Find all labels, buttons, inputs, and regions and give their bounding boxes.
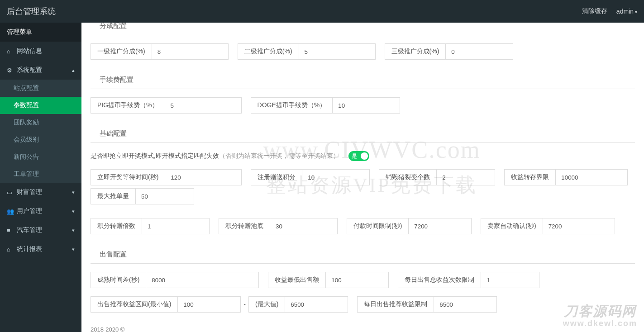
submenu-system-config: 站点配置 参数配置 团队奖励 会员级别 新闻公告 工单管理: [0, 80, 81, 183]
field-label: 卖家自动确认(秒): [481, 218, 542, 234]
field-label: 积分转赠池底: [219, 218, 270, 234]
list-icon: ≡: [7, 227, 13, 234]
credit-card-icon: ▭: [7, 189, 13, 196]
sidebar-item-system-config[interactable]: ⚙ 系统配置 ▴: [0, 61, 81, 80]
seller-confirm-input[interactable]: [543, 218, 615, 234]
lottery-wait-input[interactable]: [165, 169, 242, 185]
pay-timeout-input[interactable]: [408, 218, 472, 234]
sub-item-params[interactable]: 参数配置: [0, 97, 81, 114]
sub-item-team[interactable]: 团队奖励: [0, 114, 81, 131]
chevron-up-icon: ▴: [72, 67, 75, 73]
sidebar-label: 网站信息: [17, 47, 42, 55]
field-label: 最大抢单量: [91, 188, 135, 204]
daily-sell-limit-input[interactable]: [481, 272, 539, 288]
section-fee: 手续费配置 PIG提币手续费（%） DOGE提币手续费（%）: [91, 76, 635, 114]
field-label: 三级推广分成(%): [385, 43, 446, 60]
range-max-input[interactable]: [285, 296, 348, 313]
sidebar-item-wealth[interactable]: ▭ 财富管理 ▾: [0, 183, 81, 202]
clear-cache-link[interactable]: 清除缓存: [582, 7, 607, 15]
field-label: 每日出售推荐收益限制: [357, 296, 434, 313]
toggle-label: 是否即抢立即开奖模式,即开模式指定匹配失效（否则为结束统一开奖，需等至开奖结束）: [91, 152, 339, 160]
reg-points-input[interactable]: [302, 169, 370, 185]
section-title: 出售配置: [96, 250, 130, 263]
chevron-down-icon: ▾: [72, 228, 75, 233]
field-label: 收益最低出售额: [268, 272, 325, 288]
sidebar-header: 管理菜单: [0, 23, 81, 42]
level3-input[interactable]: [445, 43, 513, 60]
field-label: PIG提币手续费（%）: [91, 97, 165, 114]
sub-item-member[interactable]: 会员级别: [0, 131, 81, 148]
field-label: 付款时间限制(秒): [347, 218, 408, 234]
field-label: 一级推广分成(%): [91, 43, 152, 60]
users-icon: 👥: [7, 208, 13, 215]
level2-input[interactable]: [299, 43, 376, 60]
sidebar-label: 汽车管理: [17, 226, 42, 234]
sidebar-label: 系统配置: [17, 66, 42, 74]
field-label: 二级推广分成(%): [238, 43, 299, 60]
home-icon: ⌂: [7, 48, 13, 55]
destroy-split-input[interactable]: [436, 169, 495, 185]
daily-rec-limit-input[interactable]: [434, 296, 497, 313]
points-floor-input[interactable]: [270, 218, 338, 234]
sidebar-label: 统计报表: [17, 245, 42, 253]
cogs-icon: ⚙: [7, 67, 13, 74]
sidebar-item-stats[interactable]: ⌂ 统计报表 ▾: [0, 240, 81, 259]
field-label: 成熟时间差(秒): [91, 272, 146, 288]
section-basic: 基础配置 是否即抢立即开奖模式,即开模式指定匹配失效（否则为结束统一开奖，需等至…: [91, 129, 635, 234]
field-label: 出售推荐收益区间(最小值): [91, 296, 177, 313]
sidebar: 管理菜单 ⌂ 网站信息 ⚙ 系统配置 ▴ 站点配置 参数配置 团队奖励 会员级别…: [0, 23, 81, 332]
range-dash: -: [241, 296, 248, 313]
range-min-input[interactable]: [177, 296, 241, 313]
max-grab-input[interactable]: [135, 188, 194, 204]
sidebar-label: 用户管理: [17, 207, 42, 215]
sub-item-news[interactable]: 新闻公告: [0, 148, 81, 166]
pig-fee-input[interactable]: [165, 97, 242, 114]
main-content: www.CIVWVC.com 整站资源VIP免费下载 分成配置 一级推广分成(%…: [81, 23, 644, 332]
section-title: 分成配置: [96, 23, 130, 35]
field-label: (最大值): [248, 296, 285, 313]
level1-input[interactable]: [152, 43, 229, 60]
user-menu[interactable]: admin▾: [616, 8, 637, 15]
footer-copyright: 2018-2020 ©: [91, 313, 635, 332]
section-commission: 分成配置 一级推广分成(%) 二级推广分成(%) 三级推广分成(%): [91, 23, 635, 60]
field-label: 销毁猪裂变个数: [379, 169, 436, 185]
doge-fee-input[interactable]: [332, 97, 400, 114]
field-label: 收益转存界限: [504, 169, 555, 185]
field-label: DOGE提币手续费（%）: [251, 97, 333, 114]
sidebar-item-site-info[interactable]: ⌂ 网站信息: [0, 42, 81, 61]
sub-item-ticket[interactable]: 工单管理: [0, 166, 81, 183]
chevron-down-icon: ▾: [72, 209, 75, 214]
sidebar-item-car[interactable]: ≡ 汽车管理 ▾: [0, 221, 81, 240]
sub-item-site[interactable]: 站点配置: [0, 80, 81, 97]
brand-title: 后台管理系统: [7, 6, 81, 17]
field-label: 每日出售总收益次数限制: [398, 272, 481, 288]
section-title: 手续费配置: [96, 76, 137, 89]
section-sale: 出售配置 成熟时间差(秒) 收益最低出售额 每日出售总收益次数限制: [91, 250, 635, 313]
sidebar-label: 财富管理: [17, 188, 42, 196]
chevron-down-icon: ▾: [72, 247, 75, 252]
chevron-down-icon: ▾: [635, 9, 637, 14]
mature-diff-input[interactable]: [146, 272, 259, 288]
field-label: 积分转赠倍数: [91, 218, 142, 234]
chevron-down-icon: ▾: [72, 190, 75, 195]
field-label: 注册赠送积分: [251, 169, 302, 185]
min-sell-input[interactable]: [325, 272, 389, 288]
home-icon: ⌂: [7, 246, 13, 253]
toggle-dot: [361, 152, 368, 160]
section-title: 基础配置: [96, 129, 130, 142]
field-label: 立即开奖等待时间(秒): [91, 169, 165, 185]
profit-limit-input[interactable]: [555, 169, 628, 185]
points-multi-input[interactable]: [142, 218, 210, 234]
instant-lottery-toggle[interactable]: 是: [348, 151, 369, 161]
sidebar-item-users[interactable]: 👥 用户管理 ▾: [0, 202, 81, 221]
